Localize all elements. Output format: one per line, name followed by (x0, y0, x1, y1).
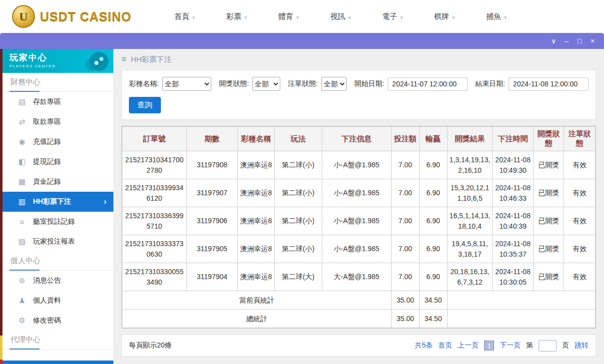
cell-lottery: 澳洲幸运8 (238, 179, 275, 207)
breadcrumb: ≡ HH彩票下注 (121, 49, 596, 70)
nav-item-chess[interactable]: 棋牌∨ (419, 12, 471, 21)
draw-status-select[interactable]: 全部 (252, 77, 280, 91)
cell-order-no: 2152173103417002780 (122, 151, 187, 179)
cell-win-loss: 6.90 (419, 151, 447, 179)
chevron-right-icon: › (104, 197, 106, 206)
nav-item-home[interactable]: 首頁∨ (159, 12, 211, 21)
sidebar-bottom-strip (2, 361, 113, 364)
cell-bet-info: 小-A盤@1.985 (322, 151, 391, 179)
sidebar-item-hh-lottery-bets[interactable]: ▥ HH彩票下注 › (2, 192, 113, 212)
sidebar-item-label: 存款專區 (33, 97, 61, 106)
current-page-indicator[interactable]: 1 (484, 341, 494, 351)
sidebar-item-label: 玩家投注報表 (33, 237, 75, 246)
cell-order-no: 2152173103363995710 (122, 207, 187, 235)
deposit-icon: ▤ (17, 97, 26, 106)
bet-table-card: 訂單號 期數 彩種名稱 玩法 下注信息 投注額 輸贏 開獎結果 下注時間 開獎狀… (121, 126, 596, 329)
jump-page-input[interactable] (539, 340, 557, 352)
sidebar-item-recharge-record[interactable]: ◉ 充值記錄 (2, 132, 113, 152)
col-header-draw-status: 開獎狀態 (533, 127, 564, 151)
bet-table: 訂單號 期數 彩種名稱 玩法 下注信息 投注額 輸贏 開獎結果 下注時間 開獎狀… (122, 126, 596, 328)
window-title-bar: ∨ – □ × (0, 33, 604, 49)
page-summary-win-loss: 34.50 (419, 291, 447, 310)
player-center-header: 玩家中心 PLAYERS CENTER (2, 49, 113, 73)
cell-draw-status: 已開獎 (533, 207, 564, 235)
cell-play: 第二球(小) (274, 207, 322, 235)
cell-bet-amount: 7.00 (391, 179, 419, 207)
cell-bet-time: 2024-11-08 10:46:33 (493, 179, 533, 207)
sidebar-item-label: 提現記錄 (33, 157, 61, 166)
col-header-play: 玩法 (274, 127, 322, 151)
col-header-lottery: 彩種名稱 (238, 127, 275, 151)
chevron-down-icon: ∨ (296, 14, 299, 20)
cell-issue: 31197908 (186, 151, 237, 179)
hamburger-icon[interactable]: ≡ (121, 54, 126, 64)
order-status-label: 注單狀態: (288, 79, 318, 88)
lottery-name-select[interactable]: 全部 (162, 77, 211, 91)
sidebar-section-agent[interactable]: 代理中心 (2, 331, 113, 350)
window-minimize-button[interactable]: – (560, 35, 573, 46)
chevron-down-icon: ∨ (400, 14, 403, 20)
col-header-order-status: 注單狀態 (564, 127, 596, 151)
draw-status-label: 開獎狀態: (219, 79, 249, 88)
cell-bet-info: 小-A盤@1.985 (322, 207, 391, 235)
sidebar-item-profile[interactable]: ♟ 個人資料 (2, 291, 113, 311)
cell-issue: 31197904 (186, 263, 237, 291)
cell-bet-info: 大-A盤@1.985 (322, 263, 391, 291)
sidebar-item-deposit[interactable]: ▤ 存款專區 (2, 92, 113, 112)
jump-button[interactable]: 跳转 (575, 341, 589, 350)
table-row: 2152173103363995710 31197906 澳洲幸运8 第二球(小… (122, 207, 596, 235)
sidebar-item-label: 取款專區 (33, 117, 61, 126)
main-panel: ≡ HH彩票下注 彩種名稱: 全部 開獎狀態: 全部 注單狀態: 全部 (113, 49, 604, 364)
end-date-input[interactable] (509, 77, 589, 91)
jump-suffix-label: 页 (562, 341, 569, 350)
start-date-input[interactable] (388, 77, 468, 91)
table-header-row: 訂單號 期數 彩種名稱 玩法 下注信息 投注額 輸贏 開獎結果 下注時間 開獎狀… (122, 127, 596, 151)
cell-lottery: 澳洲幸运8 (238, 235, 275, 263)
chevron-down-icon: ∨ (244, 14, 247, 20)
recharge-record-icon: ◉ (17, 137, 26, 146)
cell-order-status: 有效 (564, 235, 596, 263)
cell-issue: 31197907 (186, 179, 237, 207)
sidebar: 玩家中心 PLAYERS CENTER 財務中心 ▤ 存款專區 ⇄ 取款專區 ◉… (2, 49, 113, 364)
window-maximize-button[interactable]: □ (573, 35, 586, 46)
sidebar-section-finance[interactable]: 財務中心 (2, 73, 113, 92)
nav-item-lottery[interactable]: 彩票∨ (211, 12, 263, 21)
logo-text: USDT CASINO (40, 9, 131, 24)
sidebar-item-withdrawal-record[interactable]: ◧ 提現記錄 (2, 152, 113, 172)
sidebar-item-funds-record[interactable]: ▦ 資金記錄 (2, 172, 113, 192)
sidebar-item-announcements[interactable]: ⊚ 消息公告 (2, 271, 113, 291)
search-button[interactable]: 查詢 (129, 97, 161, 113)
window-close-button[interactable]: × (586, 35, 599, 46)
end-date-label: 結束日期: (475, 79, 505, 88)
window-restore-button[interactable]: ∨ (547, 35, 560, 46)
cell-issue: 31197906 (186, 207, 237, 235)
sidebar-item-label: 資金記錄 (33, 177, 61, 186)
start-date-label: 開始日期: (354, 79, 384, 88)
pager: 共5条 首页 上一页 1 下一页 第 页 跳转 (415, 340, 589, 352)
bell-icon: ⊚ (17, 276, 26, 285)
next-page-link[interactable]: 下一页 (500, 341, 521, 350)
gear-icon: ⚙ (17, 316, 26, 325)
page-size-text: 每頁顯示20條 (129, 341, 172, 350)
prev-page-link[interactable]: 上一页 (458, 341, 479, 350)
nav-item-sports[interactable]: 體育∨ (263, 12, 315, 21)
sidebar-item-withdraw[interactable]: ⇄ 取款專區 (2, 112, 113, 132)
room-bet-record-icon: ≡ (17, 218, 26, 226)
col-header-win-loss: 輸贏 (419, 127, 447, 151)
order-status-select[interactable]: 全部 (321, 77, 347, 91)
nav-item-fishing[interactable]: 捕魚∨ (471, 12, 523, 21)
nav-item-video[interactable]: 視訊∨ (315, 12, 367, 21)
sidebar-item-change-password[interactable]: ⚙ 修改密碼 (2, 311, 113, 331)
first-page-link[interactable]: 首页 (438, 341, 452, 350)
sidebar-item-player-bet-report[interactable]: ▨ 玩家投注報表 (2, 232, 113, 252)
cell-lottery: 澳洲幸运8 (238, 263, 275, 291)
sidebar-section-personal[interactable]: 個人中心 (2, 252, 113, 271)
total-summary-bet-amount: 35.00 (391, 310, 419, 328)
cell-bet-time: 2024-11-08 10:30:05 (493, 263, 533, 291)
sidebar-item-room-bet-record[interactable]: ≡ 廳室投註記錄 (2, 212, 113, 232)
nav-item-electronic[interactable]: 電子∨ (367, 12, 419, 21)
logo[interactable]: U USDT CASINO (12, 5, 131, 28)
cell-result: 15,3,20,12,11,10,6,5 (447, 179, 493, 207)
cell-order-status: 有效 (564, 207, 596, 235)
content-area: 玩家中心 PLAYERS CENTER 財務中心 ▤ 存款專區 ⇄ 取款專區 ◉… (0, 49, 604, 364)
